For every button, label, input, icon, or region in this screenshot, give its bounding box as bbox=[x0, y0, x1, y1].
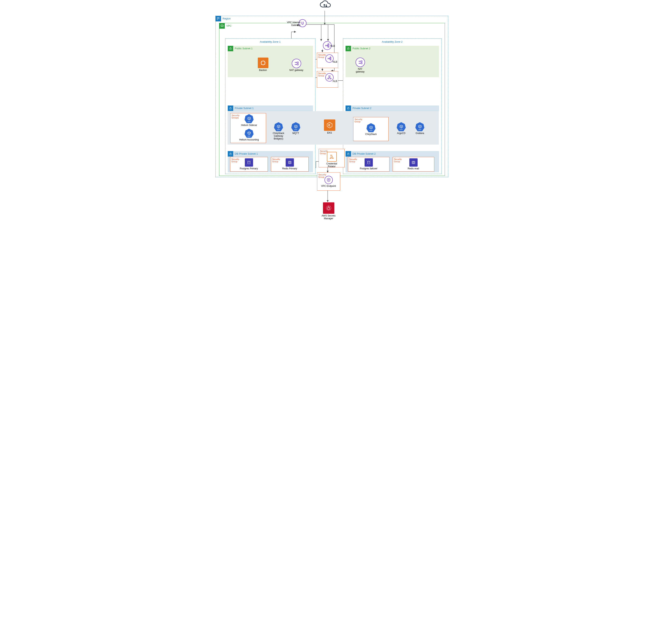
subnet-tab-icon bbox=[345, 46, 351, 51]
pod-chirpstack-label: ChirpStack bbox=[362, 133, 380, 136]
svg-rect-34 bbox=[328, 44, 329, 44]
vpc-group: VPC VPC Internet Gateway Availability Zo… bbox=[219, 23, 445, 176]
svg-rect-16 bbox=[230, 48, 231, 49]
sg-label: Security Groups bbox=[232, 114, 239, 119]
vpc-endpoint-label: VPC Endpoint bbox=[321, 185, 337, 187]
sg-alb: Security Group ALB bbox=[317, 71, 338, 88]
svg-point-22 bbox=[248, 161, 250, 162]
pod-helium-accounting: pod Helium Accounting bbox=[236, 129, 262, 141]
subnet-tab-icon bbox=[345, 106, 351, 111]
pod-grafana: pod Grafana bbox=[412, 122, 428, 135]
svg-rect-28 bbox=[347, 108, 349, 109]
svg-rect-21 bbox=[230, 154, 231, 155]
credential-rotator-label: Credential Rotator bbox=[324, 162, 340, 168]
svg-rect-18 bbox=[297, 62, 298, 63]
subnet-tab-icon bbox=[228, 106, 233, 111]
bastion: Bastion bbox=[255, 58, 271, 72]
db-private-subnet-1: DB Private Subnet 1 Security Group Postg… bbox=[228, 151, 313, 172]
region-label: Region bbox=[223, 17, 231, 20]
svg-rect-46 bbox=[327, 208, 329, 209]
internet-gateway-label: VPC Internet Gateway bbox=[285, 21, 301, 27]
pod-mqtt-label: MQTT bbox=[290, 132, 302, 135]
db-private-subnet-2: DB Private Subnet 2 Security Group Postg… bbox=[345, 151, 439, 172]
postgres-primary: Postgres Primary bbox=[238, 158, 260, 170]
internet-gateway: VPC Internet Gateway bbox=[295, 19, 311, 34]
nat-gateway-az2-label: NAT gateway bbox=[351, 68, 369, 73]
vpc-label: VPC bbox=[226, 24, 232, 27]
az2-label: Availability Zone 2 bbox=[343, 40, 441, 43]
sg-redis-read: Security Group Redis read bbox=[393, 157, 434, 172]
redis-read: Redis read bbox=[404, 158, 423, 170]
aws-secrets-manager: AWS Secrets Manager bbox=[319, 202, 339, 220]
svg-rect-19 bbox=[297, 64, 298, 65]
svg-rect-38 bbox=[330, 57, 331, 58]
alb: ALB bbox=[323, 73, 336, 82]
subnet-tab-icon bbox=[345, 151, 351, 157]
nlb-public: NLB bbox=[319, 41, 335, 50]
subnet-tab-icon bbox=[228, 151, 233, 157]
subnet-tab-icon bbox=[228, 46, 233, 51]
postgres-failover: Postgres failover bbox=[358, 158, 380, 170]
svg-rect-17 bbox=[261, 61, 265, 65]
svg-rect-43 bbox=[330, 78, 331, 79]
sg-label: Security Group bbox=[355, 118, 366, 123]
svg-rect-25 bbox=[347, 48, 349, 49]
pod-chirpstack: pod ChirpStack bbox=[362, 123, 380, 136]
az2-group: Availability Zone 2 Public Subnet 2 NAT … bbox=[343, 39, 441, 174]
region-group: Region VPC VPC Internet Gateway Availabi… bbox=[215, 16, 448, 177]
public-subnet-1-label: Public Subnet 1 bbox=[235, 47, 253, 50]
db-private-subnet-1-label: DB Private Subnet 1 bbox=[235, 152, 258, 155]
private-subnet-1-label: Private Subnet 1 bbox=[235, 107, 254, 110]
pod-gateway-bridge-label: ChirpStack Gateway Bridge(s) bbox=[269, 132, 289, 140]
postgres-failover-label: Postgres failover bbox=[358, 168, 380, 170]
aws-secrets-manager-label: AWS Secrets Manager bbox=[319, 215, 339, 220]
pod-gateway-bridge: pod ChirpStack Gateway Bridge(s) bbox=[269, 122, 289, 140]
svg-point-44 bbox=[328, 179, 329, 180]
az1-group: Availability Zone 1 Public Subnet 1 Bast… bbox=[225, 39, 316, 174]
private-subnet-2-header: Private Subnet 2 bbox=[345, 106, 439, 111]
sg-chirpstack: Security Group pod ChirpStack bbox=[353, 117, 389, 141]
pod-argocd-label: ArgoCD bbox=[393, 132, 409, 135]
eks-label: EKS bbox=[321, 132, 339, 134]
svg-rect-35 bbox=[328, 45, 329, 46]
private-subnet-2-label: Private Subnet 2 bbox=[352, 107, 371, 110]
postgres-primary-label: Postgres Primary bbox=[238, 168, 260, 170]
public-subnet-2: Public Subnet 2 NAT gateway bbox=[345, 46, 439, 77]
credential-rotator: Credential Rotator bbox=[324, 152, 340, 168]
eks: EKS bbox=[321, 119, 339, 134]
svg-point-32 bbox=[412, 162, 414, 162]
svg-point-30 bbox=[367, 161, 370, 162]
alb-label: ALB bbox=[333, 80, 337, 83]
svg-rect-36 bbox=[328, 47, 329, 47]
vpc-tab-icon bbox=[219, 23, 225, 29]
redis-primary: Redis Primary bbox=[280, 158, 300, 170]
sg-vpc-endpoint: Security Group VPC Endpoint bbox=[317, 173, 340, 191]
svg-point-24 bbox=[289, 162, 290, 162]
nat-gateway-az1: NAT gateway bbox=[287, 59, 306, 72]
svg-rect-26 bbox=[361, 61, 362, 62]
region-tab-icon bbox=[215, 16, 221, 21]
internet-icon bbox=[318, 0, 332, 10]
sg-postgres-primary: Security Group Postgres Primary bbox=[230, 157, 268, 172]
vpc-endpoint: VPC Endpoint bbox=[321, 176, 337, 187]
nat-gateway-az2: NAT gateway bbox=[351, 58, 369, 73]
pod-helium-accounting-label: Helium Accounting bbox=[236, 138, 262, 141]
svg-rect-39 bbox=[330, 58, 331, 59]
nlb-public-label: NLB bbox=[330, 45, 335, 47]
svg-point-33 bbox=[325, 45, 326, 46]
redis-primary-label: Redis Primary bbox=[280, 168, 300, 170]
public-subnet-1: Public Subnet 1 Bastion NAT gateway bbox=[228, 46, 313, 77]
sg-nlb: Security Group NLB bbox=[317, 53, 338, 68]
pod-grafana-label: Grafana bbox=[412, 132, 428, 135]
redis-read-label: Redis read bbox=[404, 168, 423, 170]
pod-argocd: pod ArgoCD bbox=[393, 122, 409, 135]
svg-rect-27 bbox=[361, 63, 362, 64]
nlb-sg: NLB bbox=[323, 54, 336, 63]
sg-redis-primary: Security Group Redis Primary bbox=[271, 157, 308, 172]
nat-gateway-az1-label: NAT gateway bbox=[287, 69, 306, 72]
db-private-subnet-2-label: DB Private Subnet 2 bbox=[352, 152, 376, 155]
sg-credential-rotator: Security Group Credential Rotator bbox=[319, 149, 345, 168]
eks-band: Security Groups pod Helium Sidecar pod H… bbox=[228, 111, 439, 145]
public-subnet-2-label: Public Subnet 2 bbox=[352, 47, 370, 50]
pod-helium-sidecar: pod Helium Sidecar bbox=[239, 114, 259, 127]
